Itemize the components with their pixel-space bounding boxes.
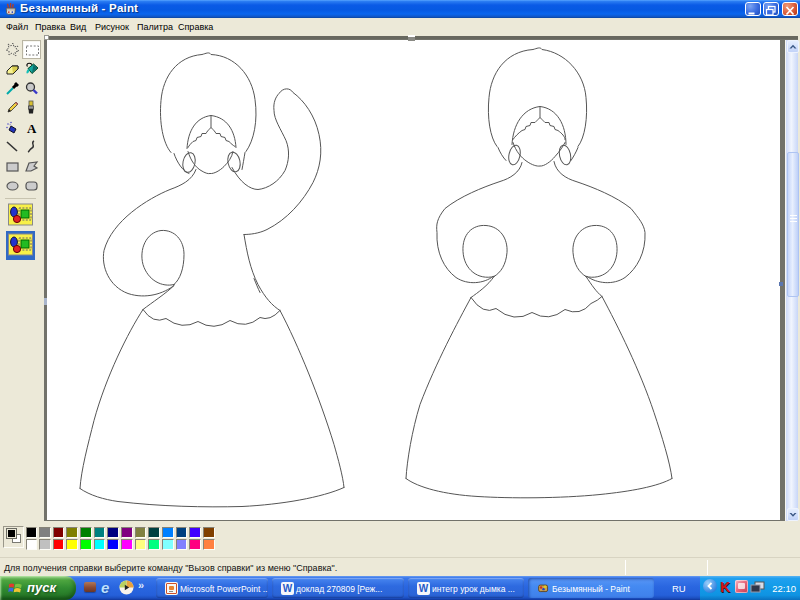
svg-text:A: A [27,120,37,135]
